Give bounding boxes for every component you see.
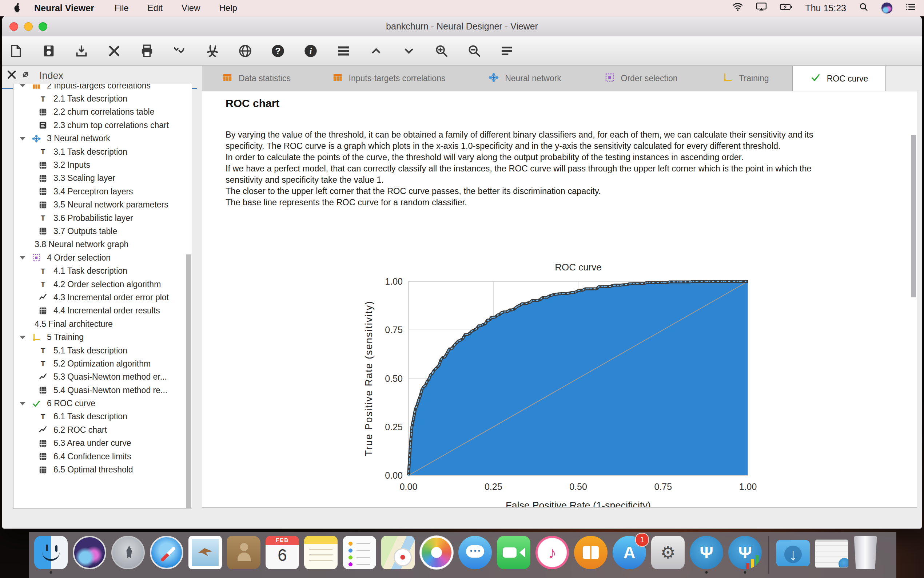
dock-item-launchpad[interactable] (111, 536, 145, 569)
tab-inputs-targets-correlations[interactable]: Inputs-targets correlations (311, 66, 467, 91)
wifi-icon[interactable] (732, 2, 743, 14)
menu-icon[interactable] (335, 43, 351, 59)
menu-item-file[interactable]: File (115, 3, 129, 13)
zoom-out-icon[interactable] (466, 43, 482, 59)
dock-item-miniwindow[interactable] (815, 536, 848, 569)
index-item-3-3-scaling-layer[interactable]: 3.3 Scaling layer (13, 172, 192, 185)
dock-item-maps[interactable] (381, 536, 415, 569)
index-item-4-4-incremental-order-results[interactable]: 4.4 Incremental order results (13, 304, 192, 317)
web-icon[interactable] (237, 43, 253, 59)
index-item-5-4-quasi-newton-method-re-[interactable]: 5.4 Quasi-Newton method re... (13, 384, 192, 397)
dock-item-appstore[interactable]: A1 (613, 536, 646, 569)
apple-menu-icon[interactable] (12, 3, 22, 13)
dock-item-reminders[interactable] (343, 536, 376, 569)
menu-item-edit[interactable]: Edit (148, 3, 163, 13)
index-item-6-3-area-under-curve[interactable]: 6.3 Area under curve (13, 437, 192, 450)
dock-item-photos[interactable] (420, 536, 453, 569)
align-justify-icon[interactable] (499, 43, 515, 59)
spotlight-icon[interactable] (859, 2, 869, 14)
tab-training[interactable]: Training (699, 66, 792, 91)
active-app-name[interactable]: Neural Viewer (34, 3, 94, 13)
tab-data-statistics[interactable]: Data statistics (202, 66, 311, 91)
dock-item-neural-viewer[interactable]: Ψ (728, 536, 762, 569)
chart-icon (37, 120, 49, 130)
zoom-in-icon[interactable] (434, 43, 450, 59)
tab-roc-curve[interactable]: ROC curve (792, 66, 886, 91)
expander-down-icon[interactable] (17, 253, 28, 262)
dock-item-messages[interactable] (458, 536, 492, 569)
index-item-6-5-optimal-threshold[interactable]: 6.5 Optimal threshold (13, 463, 192, 476)
pdf-export-icon[interactable] (204, 43, 220, 59)
index-item-3-8-neural-network-graph[interactable]: 3.8 Neural network graph (13, 238, 192, 251)
notification-center-icon[interactable] (905, 2, 916, 14)
index-item-3-5-neural-network-parameters[interactable]: 3.5 Neural network parameters (13, 198, 192, 211)
index-item-2-3-churn-top-correlations-chart[interactable]: 2.3 churn top correlations chart (13, 119, 192, 132)
save-icon[interactable] (41, 43, 57, 59)
siri-icon[interactable] (881, 2, 893, 14)
close-icon[interactable] (6, 69, 18, 82)
index-item-4-order-selection[interactable]: 4 Order selection (13, 251, 192, 264)
menu-item-help[interactable]: Help (219, 3, 237, 13)
dock-item-itunes[interactable]: ♪ (536, 536, 569, 569)
dock-item-calendar[interactable]: FEB6 (265, 536, 299, 569)
signature-icon[interactable] (172, 43, 188, 59)
index-item-4-3-incremental-order-error-plot[interactable]: 4.3 Incremental order error plot (13, 291, 192, 304)
download-icon[interactable] (73, 43, 89, 59)
title-bar[interactable]: bankchurn - Neural Designer - Viewer (2, 16, 922, 37)
close-icon[interactable] (106, 43, 122, 59)
index-item-5-training[interactable]: 5 Training (13, 331, 192, 344)
index-item-5-3-quasi-newton-method-er-[interactable]: 5.3 Quasi-Newton method er... (13, 370, 192, 384)
info-icon[interactable]: i (303, 43, 319, 59)
sidebar-scrollbar[interactable] (186, 255, 191, 508)
index-item-4-5-final-architecture[interactable]: 4.5 Final architecture (13, 317, 192, 331)
index-item-2-2-churn-correlations-table[interactable]: 2.2 churn correlations table (13, 106, 192, 119)
expander-down-icon[interactable] (17, 399, 28, 408)
index-item-6-1-task-description[interactable]: T6.1 Task description (13, 410, 192, 423)
dock-item-neural-designer[interactable]: Ψ (690, 536, 723, 569)
dock-item-siri[interactable] (73, 536, 106, 569)
index-item-label: 6.2 ROC chart (53, 425, 107, 435)
dock-item-ibooks[interactable] (574, 536, 607, 569)
index-item-3-2-inputs[interactable]: 3.2 Inputs (13, 158, 192, 171)
dock-item-mail[interactable] (188, 536, 222, 569)
content-scrollbar[interactable] (911, 135, 916, 297)
tab-label: Neural network (505, 73, 561, 83)
index-item-6-2-roc-chart[interactable]: 6.2 ROC chart (13, 423, 192, 437)
expander-down-icon[interactable] (17, 333, 28, 342)
index-item-4-1-task-description[interactable]: T4.1 Task description (13, 264, 192, 278)
menu-bar-clock[interactable]: Thu 15:23 (805, 3, 846, 13)
index-item-3-4-perceptron-layers[interactable]: 3.4 Perceptron layers (13, 185, 192, 198)
dock-item-safari[interactable] (150, 536, 183, 569)
tab-neural-network[interactable]: Neural network (467, 66, 583, 91)
dock-item-downloads[interactable]: ↓ (776, 536, 810, 569)
dock-item-trash[interactable] (853, 536, 877, 569)
index-item-2-inputs-targets-correlations[interactable]: 2 Inputs-targets correlations (13, 84, 192, 92)
index-item-3-6-probabilistic-layer[interactable]: T3.6 Probabilistic layer (13, 211, 192, 224)
index-item-5-2-optimization-algorithm[interactable]: T5.2 Optimization algorithm (13, 357, 192, 370)
dock-item-contacts[interactable] (227, 536, 261, 569)
battery-charging-icon[interactable] (780, 2, 793, 14)
dock-item-facetime[interactable] (497, 536, 531, 569)
index-item-6-roc-curve[interactable]: 6 ROC curve (13, 397, 192, 410)
index-item-4-2-order-selection-algorithm[interactable]: T4.2 Order selection algorithm (13, 278, 192, 291)
index-item-5-1-task-description[interactable]: T5.1 Task description (13, 344, 192, 357)
airplay-icon[interactable] (756, 2, 767, 14)
index-item-6-4-confidence-limits[interactable]: 6.4 Confidence limits (13, 450, 192, 463)
index-item-3-1-task-description[interactable]: T3.1 Task description (13, 145, 192, 158)
help-icon[interactable]: ? (270, 43, 286, 59)
expander-down-icon[interactable] (17, 134, 28, 143)
expand-diagonal-icon[interactable] (19, 69, 31, 82)
dock-item-notes[interactable] (304, 536, 338, 569)
index-item-2-1-task-description[interactable]: T2.1 Task description (13, 92, 192, 105)
print-icon[interactable] (139, 43, 155, 59)
new-document-icon[interactable] (8, 43, 24, 59)
menu-item-view[interactable]: View (181, 3, 201, 13)
expander-down-icon[interactable] (17, 84, 28, 90)
index-item-3-7-outputs-table[interactable]: 3.7 Outputs table (13, 224, 192, 238)
dock-item-finder[interactable] (34, 536, 68, 569)
collapse-icon[interactable] (368, 43, 384, 59)
tab-order-selection[interactable]: Order selection (583, 66, 699, 91)
index-item-3-neural-network[interactable]: 3 Neural network (13, 132, 192, 145)
expand-icon[interactable] (401, 43, 417, 59)
dock-item-prefs[interactable]: ⚙ (651, 536, 685, 569)
